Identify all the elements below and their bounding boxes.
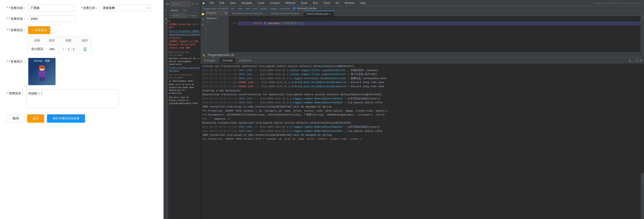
log-class[interactable]: c.a.druid.pool.DruidAbstractDataSource xyxy=(288,80,346,85)
tab-categoryservice[interactable]: CategoryServiceImpl.java xyxy=(267,11,303,16)
log-line: 2022-09-25 19:33:37.108 INFO 1292 --- [n… xyxy=(202,69,642,73)
log-level: INFO 1292 xyxy=(238,101,252,105)
svg-rect-4 xyxy=(40,77,42,81)
category-select[interactable]: 商务套餐 儿童套餐 xyxy=(100,4,151,11)
menu-refactor[interactable]: Refactor xyxy=(284,1,297,5)
log-class[interactable]: c.t.reggie.common.MyMetaObjectHandler xyxy=(287,97,343,101)
menu-analyze[interactable]: Analyze xyxy=(268,1,281,5)
bread-com[interactable]: com xyxy=(253,7,258,10)
struct-icon-1[interactable]: ⊡ xyxy=(206,20,208,23)
bread-taotao[interactable]: taotao xyxy=(260,7,268,10)
desc-textarea[interactable]: 不好吃！！ xyxy=(26,89,118,108)
endpoints-tab[interactable]: Endpoints xyxy=(236,58,255,63)
struct-icon-3[interactable]: ↓ xyxy=(210,20,212,23)
table-row: 老火靓汤 498 − 1 + 🗑️ xyxy=(28,45,91,54)
debug-settings-icon[interactable]: ⚙ xyxy=(640,59,642,62)
structure-icon[interactable]: ⚙ xyxy=(202,18,204,21)
log-msg: : 用户已登录,用户id为1 xyxy=(348,72,377,77)
log-class[interactable]: c.taotao.reggie.filter.LoginCheckFilter xyxy=(287,72,346,77)
project-settings-icon[interactable]: ⚙ xyxy=(225,12,227,14)
menu-code[interactable]: Code xyxy=(256,1,266,5)
log-class[interactable]: c.t.reggie.common.MyMetaObjectHandler xyxy=(287,129,343,133)
anime-figure-icon xyxy=(36,65,48,82)
code-line: … xyxy=(228,17,641,21)
menu-view[interactable]: View xyxy=(228,1,237,5)
console-tab[interactable]: Console xyxy=(219,58,236,63)
struct-icon-2[interactable]: ↑ xyxy=(209,20,210,23)
bread-project[interactable]: Reggie-take-out-day05 xyxy=(203,7,228,10)
sidebar-icon-2[interactable]: ≡ xyxy=(165,13,166,16)
debugger-tab[interactable]: Debugger xyxy=(200,58,219,63)
dish-delete-button[interactable]: 🗑️ xyxy=(83,47,87,51)
bread-main[interactable]: main xyxy=(237,7,243,10)
filter-icon: ⊘ xyxy=(170,14,171,17)
dish-action-cell: 🗑️ xyxy=(79,45,91,54)
form-row-image: * 套餐图片： MySQL - 攻略 xyxy=(7,58,156,85)
search-tab[interactable]: Search xyxy=(168,8,181,13)
menu-file[interactable]: File xyxy=(208,1,215,5)
price-input[interactable] xyxy=(28,15,74,22)
log-exec: --- [nio-8080-exec-8] xyxy=(254,125,286,129)
cancel-button[interactable]: 取消 xyxy=(7,114,24,123)
git-icon[interactable]: ⬆ xyxy=(202,23,204,26)
menu-window[interactable]: Window xyxy=(343,1,356,5)
menu-help[interactable]: Help xyxy=(358,1,367,5)
bread-reggie[interactable]: reggie xyxy=(270,7,277,10)
menu-navigate[interactable]: Navigate xyxy=(240,1,254,5)
tab-dishflavor[interactable]: DishFlavorServiceImpl.java xyxy=(228,11,267,16)
log-class[interactable]: c.t.reggie.common.MyMetaObjectHandler xyxy=(287,125,343,129)
log-exec: --- [nio-8080-exec-8] xyxy=(255,85,287,89)
close-icon[interactable]: ✕ xyxy=(196,2,198,5)
log-class[interactable]: c.t.reggie.common.MyMetaObjectHandler xyxy=(287,101,343,105)
log-class[interactable]: c.a.druid.pool.DruidAbstractDataSource xyxy=(288,85,346,89)
log-level: INFO 1292 xyxy=(238,72,252,77)
log-text: <== Updates: 1 xyxy=(202,117,642,121)
filter-input[interactable] xyxy=(172,13,186,17)
tab-dishcontroller[interactable]: DishController.java × xyxy=(303,11,334,16)
log-time: 2022-09-25 19:35:22.096 xyxy=(202,80,237,85)
bread-controller[interactable]: controller xyxy=(280,7,290,10)
console-search-input[interactable] xyxy=(170,1,190,6)
sidebar-icon-4[interactable]: ☰ xyxy=(165,22,167,25)
bread-src[interactable]: src xyxy=(231,7,235,10)
log-line: ==> Parameters: 1573999597217349633(Long… xyxy=(202,113,642,117)
project-icon[interactable]: 📁 xyxy=(201,13,204,16)
qty-decrease-button[interactable]: − xyxy=(60,46,66,51)
add-dish-button[interactable]: + 添加菜品 xyxy=(28,26,50,34)
aa-icon: Aa xyxy=(166,2,169,5)
svg-rect-3 xyxy=(44,71,46,76)
debug-scroll-icon[interactable]: ↓ xyxy=(633,59,634,62)
structure-side-label[interactable]: Structure xyxy=(642,12,644,20)
menu-build[interactable]: Build xyxy=(300,1,309,5)
log-line: JDBC Connection [com.mysql.cj.jdbc.Conne… xyxy=(202,105,642,109)
refresh-icon[interactable]: ↺ xyxy=(192,2,194,5)
image-upload-area[interactable]: MySQL - 攻略 xyxy=(28,58,56,85)
save-button[interactable]: 保存 xyxy=(27,114,44,123)
log-line: Releasing transactional SqlSession [org.… xyxy=(202,121,642,125)
qty-increase-button[interactable]: + xyxy=(71,46,76,51)
log-line: Closing non transactional SqlSession [or… xyxy=(202,64,642,69)
console-sidebar: ⊙ ≡ ◉ ☰ xyxy=(164,8,168,219)
ide-panel: ■ File Edit View Navigate Code Analyze R… xyxy=(200,0,644,219)
menu-tools[interactable]: Tools xyxy=(322,1,332,5)
debug-app-bar: 🐛 ReggieApplication (4) xyxy=(200,52,644,58)
menu-edit[interactable]: Edit xyxy=(218,1,226,5)
log-class[interactable]: c.taotao.reggie.filter.LoginCheckFilter xyxy=(287,69,346,73)
bread-java[interactable]: java xyxy=(245,7,250,10)
save-and-add-button[interactable]: 保存并继续添加套餐 xyxy=(47,114,85,123)
log-text: ==> Preparing: INSERT INTO setmeal ( id,… xyxy=(202,109,642,113)
menu-git[interactable]: Git xyxy=(334,1,340,5)
debug-panel: 🐛 ReggieApplication (4) Debugger Console… xyxy=(200,52,644,140)
debug-clear-icon[interactable]: ⊘ xyxy=(629,59,631,62)
sidebar-icon-3[interactable]: ◉ xyxy=(165,18,167,20)
name-input[interactable] xyxy=(28,4,74,11)
structure-right-label[interactable]: Structure xyxy=(641,173,644,219)
menu-run[interactable]: Run xyxy=(312,1,320,5)
top-tab[interactable]: top xyxy=(181,8,188,13)
console-line: You are running Vue vue.js:9070 xyxy=(169,73,199,79)
project-panel-header: Project ▾ ⚙ xyxy=(206,11,228,15)
log-class[interactable]: c.t.reggie.controller.SetmealController xyxy=(287,77,346,81)
sidebar-icon-1[interactable]: ⊙ xyxy=(165,9,167,11)
debug-filter-icon[interactable]: ⊡ xyxy=(636,59,638,62)
log-line: 2022-09-25 19:35:22.096 ERROR 1292 --- [… xyxy=(202,80,642,85)
